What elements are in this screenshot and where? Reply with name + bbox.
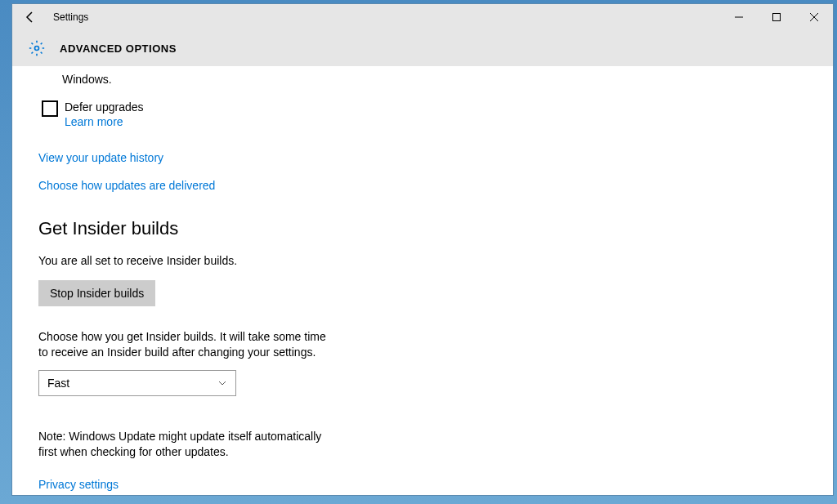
titlebar: Settings: [12, 4, 833, 30]
stop-insider-builds-button[interactable]: Stop Insider builds: [38, 280, 155, 306]
defer-upgrades-row: Defer upgrades Learn more: [42, 100, 803, 128]
back-arrow-icon: [24, 11, 37, 24]
defer-upgrades-label: Defer upgrades: [65, 100, 144, 114]
svg-rect-1: [773, 14, 781, 21]
dropdown-selected-value: Fast: [47, 377, 69, 390]
learn-more-link[interactable]: Learn more: [65, 115, 144, 128]
gear-icon: [29, 40, 45, 56]
svg-point-4: [35, 47, 39, 51]
chevron-down-icon: [217, 378, 227, 388]
choose-delivery-link[interactable]: Choose how updates are delivered: [38, 179, 215, 192]
defer-upgrades-checkbox[interactable]: [42, 100, 58, 117]
content-area: Windows. Defer upgrades Learn more View …: [12, 66, 833, 495]
minimize-icon: [735, 13, 743, 21]
insider-status-text: You are all set to receive Insider build…: [38, 254, 803, 267]
windows-update-note: Note: Windows Update might update itself…: [38, 429, 333, 460]
truncated-text: Windows.: [62, 73, 803, 86]
maximize-button[interactable]: [758, 4, 795, 30]
minimize-button[interactable]: [720, 4, 758, 30]
close-button[interactable]: [795, 4, 833, 30]
insider-builds-heading: Get Insider builds: [38, 218, 803, 239]
insider-ring-dropdown[interactable]: Fast: [38, 370, 236, 396]
privacy-settings-link[interactable]: Privacy settings: [38, 478, 119, 491]
view-update-history-link[interactable]: View your update history: [38, 151, 163, 164]
close-icon: [810, 13, 818, 21]
window-controls: [720, 4, 833, 30]
insider-description: Choose how you get Insider builds. It wi…: [38, 329, 333, 360]
maximize-icon: [772, 13, 781, 21]
page-header: ADVANCED OPTIONS: [12, 30, 833, 66]
app-title: Settings: [53, 11, 88, 23]
page-heading: ADVANCED OPTIONS: [60, 42, 177, 55]
checkbox-label-wrap: Defer upgrades Learn more: [65, 100, 144, 128]
settings-window: Settings ADVANCED OPTIONS Windows. Defer…: [11, 3, 834, 496]
back-button[interactable]: [22, 9, 38, 25]
